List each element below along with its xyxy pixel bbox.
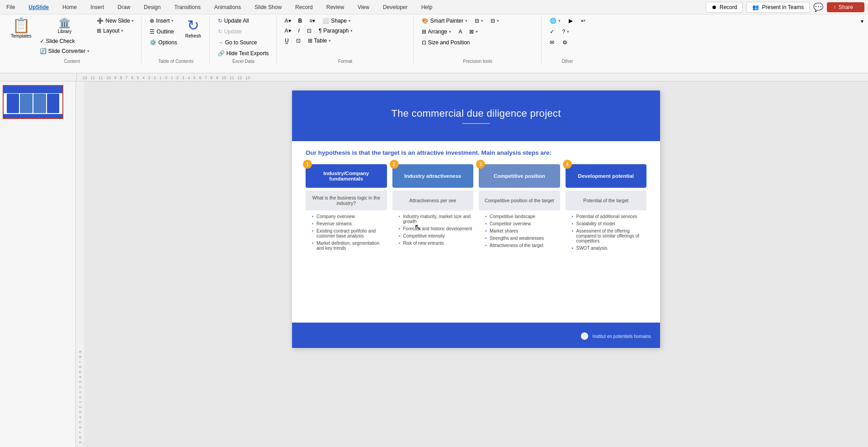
gear-button[interactable]: ⚙ — [560, 38, 570, 47]
present-teams-label: Present in Teams — [762, 4, 804, 10]
shape-button[interactable]: ⬜ Shape ▾ — [320, 16, 354, 25]
insert-label: Insert — [156, 18, 170, 24]
web-button[interactable]: 🌐 ▾ — [547, 16, 563, 25]
smart-painter-icon: 🎨 — [422, 18, 429, 24]
arrange-icon: ⊞ — [422, 29, 426, 35]
menu-help[interactable]: Help — [419, 3, 435, 11]
library-button[interactable]: 🏛️ Library — [37, 16, 93, 36]
slide-1-container[interactable]: 1 — [3, 85, 73, 119]
slide-header: The commercial due diligence project — [292, 90, 660, 141]
size-position-button[interactable]: ⊡ Size and Position — [419, 38, 473, 47]
indent2-button[interactable]: ⊡ — [293, 36, 303, 45]
slide-canvas[interactable]: The commercial due diligence project Our… — [292, 90, 660, 348]
col-3-bullet-4: Strengths and weaknesses — [485, 236, 560, 241]
templates-button[interactable]: 📋 Templates — [7, 16, 35, 40]
underline-button[interactable]: U̲ — [282, 36, 292, 45]
size-position-label: Size and Position — [428, 39, 470, 46]
text-color-icon: A▾ — [285, 28, 291, 34]
insert-arrow: ▾ — [171, 19, 174, 23]
slide-subtitle-area: Our hypothesis is that the target is an … — [292, 141, 660, 161]
indent-button[interactable]: ⊡ — [304, 26, 314, 35]
undo-ribbon-button[interactable]: ↩ — [578, 16, 588, 25]
group-button[interactable]: ⊠ ▾ — [467, 27, 481, 36]
font-color-button[interactable]: A▾ — [282, 16, 294, 25]
col-4-bullet-1: Potential of additional services — [572, 214, 647, 219]
col-2-header-text: Industry attractiveness — [404, 173, 461, 179]
menu-upslide[interactable]: UpSlide — [26, 3, 52, 11]
refresh-button[interactable]: ↻ Refresh — [182, 16, 205, 40]
col-1-bullet-2: Revenue streams — [312, 221, 387, 226]
update-all-label: Update All — [224, 18, 249, 24]
font-color-icon: A▾ — [285, 18, 291, 24]
record-button[interactable]: ⏺ Record — [706, 2, 743, 13]
shape-icon: ⬜ — [322, 18, 329, 24]
distribute-arrow: ▾ — [497, 19, 499, 23]
footer-logo-icon: ⬤ — [580, 332, 589, 339]
insert-button[interactable]: ⊕ Insert ▾ — [147, 16, 179, 25]
slide-columns: 1 Industry/Company fundamentals What is … — [292, 161, 660, 253]
ribbon-group-precision-inner: 🎨 Smart Painter ▾ ⊟ ▾ ⊟ ▾ — [419, 16, 537, 58]
outline-button[interactable]: ☰ Outline — [147, 27, 179, 36]
menu-transitions[interactable]: Transitions — [171, 3, 203, 11]
align-button[interactable]: ≡▾ — [307, 16, 318, 25]
outline-icon: ☰ — [150, 29, 155, 35]
arrange-button[interactable]: ⊞ Arrange ▾ — [419, 27, 454, 36]
paragraph-button[interactable]: ¶ Paragraph ▾ — [316, 26, 356, 35]
mail-icon: ✉ — [550, 39, 554, 46]
table-button[interactable]: ⊞ Table ▾ — [305, 36, 334, 45]
align-cols-button[interactable]: ⊟ ▾ — [472, 16, 486, 25]
check-button[interactable]: ✓ — [547, 27, 557, 36]
question-button[interactable]: ? ▾ — [560, 27, 572, 36]
menu-design[interactable]: Design — [141, 3, 163, 11]
share-button[interactable]: ↑ Share ▾ — [827, 2, 864, 12]
new-slide-arrow: ▾ — [132, 19, 134, 23]
goto-source-button[interactable]: → Go to Source — [215, 38, 272, 47]
share-icon: ↑ — [833, 4, 836, 10]
italic-icon: I — [298, 28, 300, 34]
layout-button[interactable]: ⊞ Layout ▾ — [94, 26, 137, 35]
menu-review[interactable]: Review — [324, 3, 347, 11]
col-3-bullet-2: Competitor overview — [485, 221, 560, 226]
distribute-button[interactable]: ⊟ ▾ — [488, 16, 502, 25]
check-icon: ✓ — [550, 29, 554, 35]
col-1-bullets: Company overview Revenue streams Existin… — [306, 210, 387, 253]
col-4-header-text: Development potential — [578, 173, 634, 179]
ribbon-group-other: 🌐 ▾ ▶ ↩ ✓ — [542, 16, 593, 64]
menu-animations[interactable]: Animations — [212, 3, 244, 11]
update-button[interactable]: ↻ Update — [215, 27, 272, 36]
col-4-header: 4 Development potential — [566, 164, 647, 188]
smart-painter-label: Smart Painter — [430, 18, 463, 24]
update-all-button[interactable]: ↻ Update All — [215, 16, 272, 25]
canvas-area: The commercial due diligence project Our… — [84, 81, 868, 447]
col-2-badge: 2 — [390, 160, 399, 169]
menu-insert[interactable]: Insert — [88, 3, 107, 11]
slide-title-line — [462, 123, 490, 124]
collapse-ribbon-button[interactable]: ▾ — [859, 16, 865, 26]
question-icon: ? — [562, 29, 566, 35]
play-button[interactable]: ▶ — [566, 16, 576, 25]
align-text-button[interactable]: A — [456, 27, 465, 36]
menu-slideshow[interactable]: Slide Show — [252, 3, 284, 11]
italic-button[interactable]: I — [296, 26, 302, 35]
col-1-header-text: Industry/Company fundamentals — [310, 171, 382, 181]
menu-file[interactable]: File — [4, 3, 18, 11]
ribbon-group-excel-inner: ↻ Update All ↻ Update → Go to Source 🔗 H… — [215, 16, 272, 58]
menu-view[interactable]: View — [355, 3, 372, 11]
hide-text-button[interactable]: 🔗 Hide Text Exports — [215, 49, 272, 58]
options-button[interactable]: ⚙️ Options — [147, 38, 179, 47]
menu-draw[interactable]: Draw — [115, 3, 133, 11]
slide-check-button[interactable]: ✓ Slide Check — [37, 37, 78, 46]
menu-home[interactable]: Home — [60, 3, 80, 11]
slide-converter-button[interactable]: 🔄 Slide Converter ▾ — [37, 47, 93, 56]
ribbon-group-excel: ↻ Update All ↻ Update → Go to Source 🔗 H… — [211, 16, 277, 64]
present-teams-button[interactable]: 👥 Present in Teams — [746, 2, 810, 13]
mail-button[interactable]: ✉ — [547, 38, 557, 47]
chat-button[interactable]: 💬 — [813, 2, 823, 12]
new-slide-button[interactable]: ➕ New Slide ▾ — [94, 16, 137, 25]
menu-developer[interactable]: Developer — [380, 3, 410, 11]
web-icon: 🌐 — [550, 18, 557, 24]
bold-button[interactable]: B — [296, 16, 305, 25]
smart-painter-button[interactable]: 🎨 Smart Painter ▾ — [419, 16, 470, 25]
menu-record-tab[interactable]: Record — [292, 3, 316, 11]
text-color-button[interactable]: A▾ — [282, 26, 294, 35]
